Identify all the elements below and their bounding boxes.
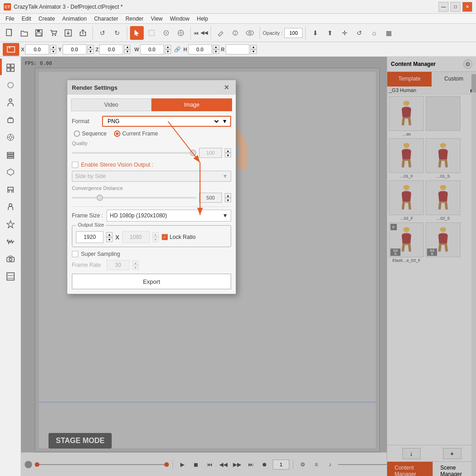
sidebar-target[interactable] (2, 129, 19, 146)
stereo-checkbox[interactable] (72, 162, 78, 168)
width-down[interactable]: ▼ (106, 237, 113, 242)
opacity-input[interactable] (284, 28, 303, 38)
quality-down[interactable]: ▼ (225, 153, 231, 157)
menu-view[interactable]: View (147, 15, 166, 23)
move-tool[interactable] (145, 26, 158, 40)
menu-help[interactable]: Help (193, 15, 212, 23)
format-select[interactable]: PNG JPG BMP TGA (106, 118, 220, 125)
save-button[interactable] (32, 26, 46, 40)
sidebar-3d[interactable] (2, 164, 19, 180)
h-down[interactable]: ▼ (213, 49, 219, 54)
sidebar-layers[interactable] (2, 146, 19, 163)
stereo-dropdown[interactable]: Side by Side ▼ (72, 171, 231, 182)
lock-ratio-checkbox[interactable]: ✓ (162, 234, 168, 240)
download-icon[interactable]: ⬇ (308, 26, 322, 40)
w-input[interactable] (140, 44, 164, 54)
minimize-button[interactable]: — (438, 2, 449, 12)
height-down[interactable]: ▼ (152, 237, 159, 242)
redo-button[interactable]: ↻ (110, 26, 124, 40)
new-button[interactable] (3, 26, 16, 40)
dialog-close-btn[interactable]: ✕ (222, 83, 231, 92)
menu-create[interactable]: Create (35, 15, 59, 23)
r-down[interactable]: ▼ (250, 49, 257, 54)
cart-button[interactable] (47, 26, 60, 40)
dialog-tab-image[interactable]: Image (151, 98, 232, 111)
height-up[interactable]: ▲ (152, 232, 159, 237)
sidebar-grid2[interactable] (2, 268, 19, 285)
menu-edit[interactable]: Edit (18, 15, 35, 23)
home-icon[interactable]: ⌂ (367, 26, 381, 40)
menu-render[interactable]: Render (122, 15, 147, 23)
width-input[interactable] (76, 231, 103, 243)
conv-down[interactable]: ▼ (225, 198, 231, 202)
fr-up: ▲ (132, 260, 139, 265)
conv-input[interactable] (199, 193, 222, 203)
sidebar-person[interactable] (2, 94, 19, 111)
grid-icon[interactable]: ▦ (382, 26, 395, 40)
quality-slider[interactable] (72, 152, 196, 154)
conv-up[interactable]: ▲ (225, 193, 231, 198)
width-up[interactable]: ▲ (106, 232, 113, 237)
eyedropper-tool[interactable] (228, 26, 242, 40)
undo-button[interactable]: ↺ (96, 26, 109, 40)
open-button[interactable] (17, 26, 31, 40)
svg-rect-0 (6, 29, 11, 36)
x-up[interactable]: ▲ (50, 45, 56, 49)
visibility-tool[interactable] (243, 26, 257, 40)
sidebar-unknown1[interactable] (2, 77, 19, 93)
format-select-wrapper[interactable]: PNG JPG BMP TGA ▼ (102, 116, 231, 127)
pen-tool[interactable] (214, 26, 227, 40)
sidebar-grid[interactable] (2, 60, 19, 76)
select-tool[interactable] (130, 26, 144, 40)
menu-file[interactable]: File (2, 15, 18, 23)
sidebar-chair[interactable] (2, 181, 19, 198)
y-down[interactable]: ▼ (87, 49, 94, 54)
h-up[interactable]: ▲ (213, 45, 219, 49)
sidebar-person2[interactable] (2, 199, 19, 215)
x-input[interactable] (25, 44, 49, 54)
sidebar-hands[interactable] (2, 112, 19, 128)
sidebar-waveform[interactable] (2, 233, 19, 250)
lock-ratio-group: ✓ Lock Ratio (162, 234, 196, 240)
current-frame-radio[interactable]: Current Frame (114, 130, 158, 137)
render-settings-dialog: Render Settings ✕ Video Image Format PNG (67, 80, 236, 294)
quality-row: ▲ ▼ (72, 148, 231, 158)
menu-character[interactable]: Character (90, 15, 122, 23)
move-icon[interactable]: ✛ (338, 26, 352, 40)
upload-icon[interactable]: ⬆ (323, 26, 337, 40)
export-button[interactable]: Export (72, 274, 231, 289)
y-input[interactable] (63, 44, 87, 54)
export-button[interactable] (76, 26, 90, 40)
svg-point-26 (8, 82, 13, 88)
quality-up[interactable]: ▲ (225, 148, 231, 153)
maximize-button[interactable]: □ (450, 2, 460, 12)
scale-tool[interactable] (174, 26, 188, 40)
sequence-radio[interactable]: Sequence (74, 130, 107, 137)
w-up[interactable]: ▲ (165, 45, 171, 49)
frame-size-select[interactable]: HD 1080p (1920x1080) ▼ (107, 210, 231, 222)
w-down[interactable]: ▼ (165, 49, 171, 54)
super-sampling-checkbox[interactable] (72, 251, 78, 257)
svg-rect-25 (11, 68, 14, 71)
undo2-icon[interactable]: ↺ (352, 26, 366, 40)
z-down[interactable]: ▼ (124, 49, 130, 54)
sidebar-star[interactable] (2, 216, 19, 233)
dialog-tab-video[interactable]: Video (71, 98, 151, 111)
convergence-row: ▲ ▼ (72, 193, 231, 203)
rotate-tool[interactable] (159, 26, 173, 40)
y-up[interactable]: ▲ (87, 45, 94, 49)
z-input[interactable] (99, 44, 123, 54)
h-input[interactable] (188, 44, 212, 54)
r-input[interactable] (226, 44, 249, 54)
conv-slider[interactable] (72, 197, 196, 199)
quality-input[interactable] (199, 148, 222, 158)
close-button[interactable]: ✕ (462, 2, 472, 12)
import-button[interactable] (61, 26, 75, 40)
stereo-dropdown-icon: ▼ (222, 173, 228, 179)
r-up[interactable]: ▲ (250, 45, 257, 49)
sidebar-camera[interactable] (2, 251, 19, 267)
menu-window[interactable]: Window (166, 15, 193, 23)
menu-animation[interactable]: Animation (59, 15, 90, 23)
x-down[interactable]: ▼ (50, 49, 56, 54)
z-up[interactable]: ▲ (124, 45, 130, 49)
